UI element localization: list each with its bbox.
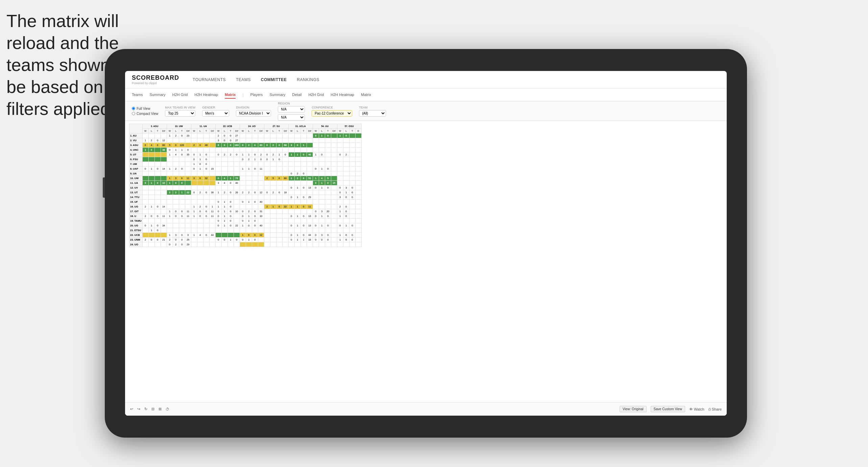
row-ua11: 11. UA [129,181,143,186]
uw-t: T [179,129,185,133]
su-w: W [264,129,270,133]
zoom-in-button[interactable]: ⊞ [159,407,162,411]
table-row: 20. UG 01034 01022 10040 01013 010 010 [129,223,362,228]
tab-matrix-2[interactable]: Matrix [361,91,371,99]
table-row: 2. VU 12012 30027 [129,138,362,143]
refresh-button[interactable]: ↻ [144,407,147,411]
timer-button[interactable]: ⏱ [166,407,169,411]
table-row: 6. FSU 010 0210 010 [129,157,362,162]
tablet-frame: SCOREBOARD Powered by clippd TOURNAMENTS… [105,49,747,438]
region-select-2[interactable]: N/A [278,114,305,121]
table-row: 22. UCB 1303 14044 10012 01044 030 160 [129,233,362,238]
main-content[interactable]: 3. ASU 10. UW 11. UA 22. UCB 24. UO 27. … [125,121,727,402]
row-asu: 3. ASU [129,143,143,148]
table-row: 21. ETSU 10 [129,228,362,233]
watch-button[interactable]: 👁 Watch [689,407,704,411]
table-row: 13. UT 22122 02030 12026 22012 02018 010 [129,190,362,195]
table-row: 1. AU 12023 20027 010 10 [129,133,362,138]
table-row: 23. UNM 20021 20025 0010 010 01118 000 1… [129,238,362,242]
tab-h2h-heatmap-1[interactable]: H2H Heatmap [194,91,218,99]
col-header-su: 27. SU [264,124,288,129]
ucla-t: T [300,129,307,133]
su-l: L [270,129,276,133]
osu-w: W [337,129,343,133]
row-ug16: 16. UG [129,204,143,209]
uu-w: W [313,129,319,133]
nav-teams[interactable]: TEAMS [236,76,251,84]
tab-matrix-1[interactable]: Matrix [225,91,236,99]
row-uaf: 8. UAF [129,167,143,171]
row-ua9: 9. UA [129,171,143,176]
tab-h2h-grid-1[interactable]: H2H Grid [172,91,188,99]
col-header-uo: 24. UO [240,124,264,129]
su-t: T [276,129,282,133]
row-fsu: 6. FSU [129,157,143,162]
row-uf: 15. UF [129,200,143,204]
table-row: 7. UM 100 [129,162,362,167]
division-label: Division [236,106,271,109]
row-vu: 2. VU [129,138,143,143]
team-select[interactable]: (All) [359,110,386,117]
nav-committee[interactable]: COMMITTEE [261,76,287,84]
view-original-button[interactable]: View: Original [620,406,647,412]
compact-view-radio[interactable]: Compact View [132,112,158,116]
uo-w: W [240,129,246,133]
uo-dif: Dif [258,129,264,133]
logo-area: SCOREBOARD Powered by clippd [132,74,179,85]
row-unm: 23. UNM [129,238,143,242]
view-mode-group: Full View Compact View [132,107,158,116]
row-ut13: 13. UT [129,190,143,195]
nav-tournaments[interactable]: TOURNAMENTS [193,76,226,84]
ucla-l: L [294,129,300,133]
table-row: 12. UV 01013 010 030 [129,186,362,190]
table-row: 15. UF 010 01040 [129,200,362,204]
row-um: 7. UM [129,162,143,167]
ua-t: T [203,129,209,133]
tab-h2h-heatmap-2[interactable]: H2H Heatmap [331,91,354,99]
share-button[interactable]: ⎙ Share [708,407,722,411]
row-etsu: 21. ETSU [129,228,143,233]
tab-summary-2[interactable]: Summary [269,91,285,99]
undo-button[interactable]: ↩ [130,407,133,411]
ucla-w: W [288,129,294,133]
tablet-screen: SCOREBOARD Powered by clippd TOURNAMENTS… [125,71,727,416]
tab-summary-1[interactable]: Summary [149,91,165,99]
table-row: 16. UG 21014 1201 110 21022 11011 20 [129,204,362,209]
region-select-1[interactable]: N/A [278,106,305,113]
zoom-out-button[interactable]: ⊟ [151,407,154,411]
tab-players[interactable]: Players [250,91,263,99]
uu-dif: Dif [331,129,337,133]
row-uv: 12. UV [129,186,143,190]
uu-t: T [325,129,331,133]
table-row: 14. TTU 01029 300 [129,195,362,200]
gender-select[interactable]: Men's Women's [202,110,229,117]
conference-label: Conference [312,106,352,109]
ucb-l: L [221,129,227,133]
nav-rankings[interactable]: RANKINGS [297,76,319,84]
max-teams-filter: Max teams in view Top 25 Top 50 All [165,106,195,117]
save-custom-button[interactable]: Save Custom View [651,406,685,412]
tab-h2h-grid-2[interactable]: H2H Grid [308,91,324,99]
osu-d: D [355,129,361,133]
conference-select[interactable]: Pac-12 Conference (All) [312,110,352,117]
matrix-table: 3. ASU 10. UW 11. UA 22. UCB 24. UO 27. … [129,124,362,247]
tab-teams[interactable]: Teams [132,91,143,99]
conference-filter: Conference Pac-12 Conference (All) [312,106,352,117]
team-filter: Team (All) [359,106,386,117]
division-select[interactable]: NCAA Division I NCAA Division II [236,110,271,117]
tab-detail[interactable]: Detail [292,91,302,99]
gender-filter: Gender Men's Women's [202,106,229,117]
matrix-container: 3. ASU 10. UW 11. UA 22. UCB 24. UO 27. … [129,124,723,247]
osu-t: T [349,129,355,133]
team-label: Team [359,106,386,109]
full-view-radio[interactable]: Full View [132,107,158,110]
redo-button[interactable]: ↪ [137,407,140,411]
bottom-toolbar: ↩ ↪ ↻ ⊟ ⊞ ⏱ View: Original Save Custom V… [125,402,727,416]
col-header-uu: 54. UU [313,124,337,129]
row-tamu: 19. TAMU [129,219,143,223]
region-filter: Region N/A N/A [278,102,305,121]
uw-l: L [173,129,179,133]
ucb-dif: Dif [234,129,240,133]
row-git: 17. GIT [129,209,143,214]
max-teams-select[interactable]: Top 25 Top 50 All [165,110,195,117]
